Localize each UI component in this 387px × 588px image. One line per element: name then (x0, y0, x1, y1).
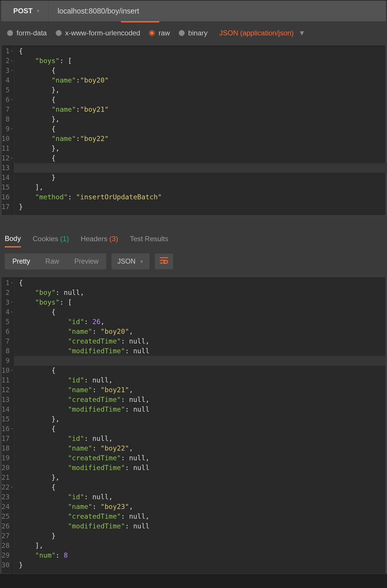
view-mode-pretty[interactable]: Pretty (5, 253, 38, 270)
radio-icon (56, 30, 62, 36)
tab-tests[interactable]: Test Results (130, 235, 168, 243)
body-type-label: raw (158, 29, 170, 37)
http-method-select[interactable]: POST ▼ (1, 1, 49, 21)
divider (0, 216, 387, 226)
view-mode-raw[interactable]: Raw (38, 253, 67, 270)
view-mode-segment: Pretty Raw Preview (5, 253, 106, 270)
radio-icon (7, 30, 13, 36)
response-body-viewer[interactable]: 1234567891011121314151617181920212223242… (1, 277, 386, 574)
editor-gutter: 1234567891011121314151617 (1, 45, 14, 215)
tab-cookies[interactable]: Cookies (1) (33, 235, 69, 243)
url-input[interactable] (49, 1, 386, 21)
body-type-label: x-www-form-urlencoded (65, 29, 140, 37)
chevron-down-icon: ▼ (299, 29, 306, 37)
response-tabs: Body Cookies (1) Headers (3) Test Result… (0, 226, 387, 247)
body-type-raw[interactable]: raw (149, 29, 170, 37)
radio-icon (179, 30, 185, 36)
tab-cookies-label: Cookies (33, 235, 58, 243)
body-type-urlencoded[interactable]: x-www-form-urlencoded (56, 29, 140, 37)
content-type-select[interactable]: JSON (application/json) ▼ (219, 29, 305, 37)
view-mode-preview[interactable]: Preview (67, 253, 106, 270)
request-bar: POST ▼ (1, 1, 386, 21)
body-type-row: form-data x-www-form-urlencoded raw bina… (0, 21, 387, 44)
http-method-label: POST (13, 7, 32, 15)
wrap-icon (160, 257, 168, 264)
body-type-label: form-data (17, 29, 47, 37)
response-toolbar: Pretty Raw Preview JSON ▼ (0, 247, 387, 275)
content-type-label: JSON (application/json) (219, 29, 293, 37)
tab-cookies-count: (1) (60, 235, 69, 243)
body-type-binary[interactable]: binary (179, 29, 207, 37)
editor-code[interactable]: { "boys": [ { "name":"boy20" }, { "name"… (14, 45, 162, 215)
request-body-editor[interactable]: 1234567891011121314151617 { "boys": [ { … (1, 45, 386, 216)
editor-code: { "boy": null, "boys": [ { "id": 26, "na… (14, 277, 150, 574)
wrap-button[interactable] (155, 254, 173, 269)
body-type-form-data[interactable]: form-data (7, 29, 47, 37)
chevron-down-icon: ▼ (140, 259, 144, 264)
editor-gutter: 1234567891011121314151617181920212223242… (1, 277, 14, 574)
format-label: JSON (117, 257, 135, 265)
tab-body[interactable]: Body (5, 234, 21, 247)
tab-headers-count: (3) (109, 235, 118, 243)
format-select[interactable]: JSON ▼ (111, 253, 150, 270)
radio-icon (149, 30, 155, 36)
body-type-label: binary (188, 29, 207, 37)
chevron-down-icon: ▼ (36, 9, 40, 13)
tab-headers[interactable]: Headers (3) (81, 235, 118, 243)
tab-headers-label: Headers (81, 235, 107, 243)
